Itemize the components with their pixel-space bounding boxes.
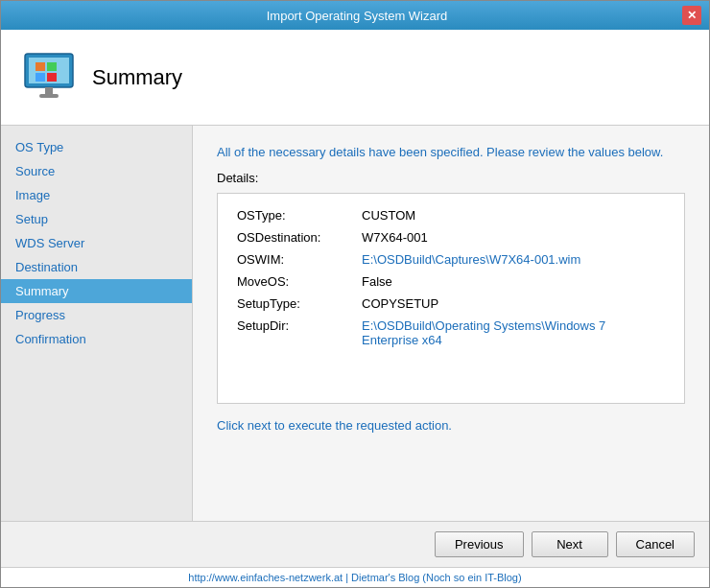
title-bar: Import Operating System Wizard ✕: [1, 1, 709, 30]
detail-key: OSDestination:: [237, 230, 362, 245]
table-row: SetupDir:E:\OSDBuild\Operating Systems\W…: [237, 318, 665, 347]
detail-value: CUSTOM: [362, 208, 415, 223]
table-row: OSDestination:W7X64-001: [237, 230, 665, 245]
sidebar-item-setup[interactable]: Setup: [1, 207, 192, 231]
footer-link: http://www.einfaches-netzwerk.at | Dietm…: [1, 567, 709, 587]
svg-rect-2: [36, 62, 45, 71]
details-label: Details:: [217, 171, 685, 185]
sidebar-item-confirmation[interactable]: Confirmation: [1, 327, 192, 351]
sidebar-item-image[interactable]: Image: [1, 183, 192, 207]
detail-key: SetupDir:: [237, 318, 362, 347]
sidebar-item-destination[interactable]: Destination: [1, 255, 192, 279]
table-row: OSWIM:E:\OSDBuild\Captures\W7X64-001.wim: [237, 252, 665, 267]
wizard-icon: [20, 49, 78, 106]
svg-rect-4: [36, 73, 45, 82]
page-title: Summary: [92, 65, 182, 90]
window-title: Import Operating System Wizard: [32, 9, 682, 23]
content-area: OS TypeSourceImageSetupWDS ServerDestina…: [1, 126, 709, 521]
svg-rect-6: [45, 87, 53, 95]
header-area: Summary: [1, 30, 709, 126]
cancel-button[interactable]: Cancel: [616, 531, 695, 557]
table-row: MoveOS:False: [237, 274, 665, 289]
detail-value: E:\OSDBuild\Captures\W7X64-001.wim: [362, 252, 580, 267]
footer-area: Previous Next Cancel http://www.einfache…: [1, 521, 709, 587]
detail-value: False: [362, 274, 392, 289]
click-next-text: Click next to execute the requested acti…: [217, 418, 685, 433]
sidebar-item-os-type[interactable]: OS Type: [1, 135, 192, 159]
intro-text: All of the necessary details have been s…: [217, 145, 685, 159]
detail-value: W7X64-001: [362, 230, 428, 245]
svg-rect-3: [47, 62, 57, 71]
sidebar-item-summary[interactable]: Summary: [1, 279, 192, 303]
svg-rect-5: [47, 73, 57, 82]
previous-button[interactable]: Previous: [435, 531, 524, 557]
detail-value: E:\OSDBuild\Operating Systems\Windows 7 …: [362, 318, 665, 347]
sidebar: OS TypeSourceImageSetupWDS ServerDestina…: [1, 126, 193, 521]
sidebar-item-wds-server[interactable]: WDS Server: [1, 231, 192, 255]
next-button[interactable]: Next: [532, 531, 608, 557]
details-box: OSType:CUSTOMOSDestination:W7X64-001OSWI…: [217, 193, 685, 404]
close-button[interactable]: ✕: [682, 6, 701, 25]
sidebar-item-progress[interactable]: Progress: [1, 303, 192, 327]
main-content: All of the necessary details have been s…: [193, 126, 709, 521]
table-row: SetupType:COPYSETUP: [237, 296, 665, 311]
svg-rect-7: [39, 94, 59, 98]
detail-key: OSWIM:: [237, 252, 362, 267]
main-window: Import Operating System Wizard ✕ Summary: [0, 0, 710, 588]
detail-key: SetupType:: [237, 296, 362, 311]
sidebar-item-source[interactable]: Source: [1, 159, 192, 183]
detail-value: COPYSETUP: [362, 296, 438, 311]
table-row: OSType:CUSTOM: [237, 208, 665, 223]
button-row: Previous Next Cancel: [1, 522, 709, 567]
detail-key: MoveOS:: [237, 274, 362, 289]
detail-key: OSType:: [237, 208, 362, 223]
